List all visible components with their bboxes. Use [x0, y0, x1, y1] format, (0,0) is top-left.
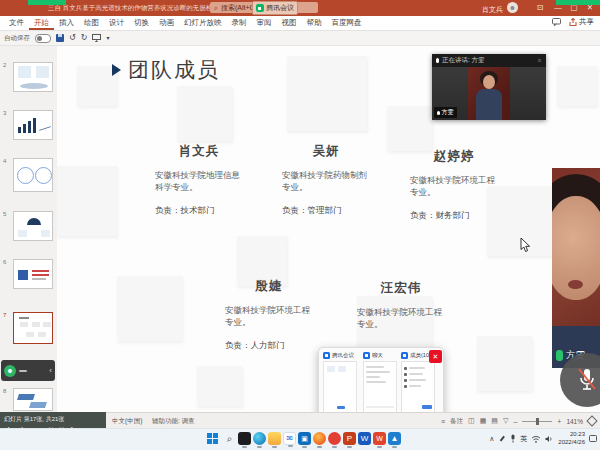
photos-icon[interactable]: ▲ [388, 432, 401, 445]
expand-icon[interactable]: « [537, 59, 544, 63]
dark-app-icon[interactable] [238, 432, 251, 445]
slideshow-from-start-icon[interactable] [92, 34, 101, 42]
slide-thumbnail-5[interactable] [13, 211, 53, 241]
preview-thumbnail[interactable] [323, 361, 357, 413]
microsoft-store-icon[interactable]: ▣ [298, 432, 311, 445]
tab-file[interactable]: 文件 [4, 16, 29, 30]
ribbon-display-options-icon[interactable]: ⊡ [532, 0, 548, 16]
tab-insert[interactable]: 插入 [54, 16, 79, 30]
slideshow-view-icon[interactable]: ▽ [503, 417, 508, 425]
preview-window-chat[interactable]: 聊天 [363, 352, 399, 413]
tab-draw[interactable]: 绘图 [79, 16, 104, 30]
tab-baidu-netdisk[interactable]: 百度网盘 [327, 16, 367, 30]
comment-icon[interactable] [552, 18, 561, 26]
member-duty: 负责：技术部门 [155, 205, 243, 217]
mouse-cursor [520, 238, 531, 253]
tencent-meeting-floating-bar[interactable]: ☻ ‹ [1, 360, 55, 381]
file-explorer-icon[interactable] [268, 432, 281, 445]
redo-icon[interactable]: ↻ [81, 33, 88, 43]
tab-home[interactable]: 开始 [29, 16, 54, 30]
share-button[interactable]: 共享 [569, 17, 594, 27]
meeting-mini-window[interactable]: 正在讲话: 方雯 « 方雯 [432, 54, 546, 120]
word-icon[interactable]: W [358, 432, 371, 445]
tab-help[interactable]: 帮助 [302, 16, 327, 30]
zoom-out-icon[interactable]: – [513, 418, 517, 425]
wps-icon[interactable]: W [373, 432, 386, 445]
firefox-icon[interactable] [313, 432, 326, 445]
mail-icon[interactable]: ✉ [283, 432, 296, 445]
tab-view[interactable]: 视图 [277, 16, 302, 30]
tab-record[interactable]: 录制 [227, 16, 252, 30]
tab-review[interactable]: 审阅 [252, 16, 277, 30]
member-card-4[interactable]: 殷婕 安徽科技学院环境工程专业。 负责：人力部门 [225, 278, 313, 352]
slide-thumbnail-4[interactable] [13, 158, 53, 192]
fit-to-window-icon[interactable] [586, 415, 597, 426]
title-bullet-icon [112, 64, 121, 76]
language-status[interactable]: 中文(中国) [112, 417, 142, 426]
taskbar-preview-popup[interactable]: 腾讯会议 聊天 成员(10) [318, 347, 444, 422]
meeting-mini-video[interactable]: 方雯 [432, 67, 546, 120]
collapse-chevron-icon[interactable]: ‹ [49, 366, 52, 376]
slide-thumbnail-panel[interactable]: 2 3 4 5 6 [0, 46, 58, 412]
participant-name-badge: 方雯 [434, 107, 457, 118]
accessibility-status[interactable]: 辅助功能: 调查 [152, 417, 195, 426]
mic-icon [437, 111, 440, 115]
tab-design[interactable]: 设计 [104, 16, 129, 30]
member-card-5[interactable]: 汪宏伟 安徽科技学院环境工程专业。 [357, 280, 445, 342]
slide-thumbnail-3[interactable] [13, 110, 53, 140]
slide-thumbnail-2[interactable] [13, 62, 53, 92]
tab-transitions[interactable]: 切换 [129, 16, 154, 30]
account-name[interactable]: 肖文兵 [482, 5, 503, 15]
slide-sorter-icon[interactable]: ▦ [480, 417, 487, 425]
autosave-toggle[interactable] [35, 34, 51, 43]
tab-slideshow[interactable]: 幻灯片放映 [179, 16, 227, 30]
tray-expand-icon[interactable]: ∧ [489, 435, 494, 443]
pen-icon[interactable] [498, 435, 506, 443]
reading-view-icon[interactable]: ▤ [491, 417, 498, 425]
undo-icon[interactable]: ↺ [69, 33, 76, 43]
preview-thumbnail[interactable] [363, 361, 397, 413]
avatar[interactable]: ☻ [507, 2, 518, 13]
search-icon[interactable]: ⌕ [223, 432, 236, 445]
slide-number: 8 [3, 388, 6, 394]
volume-icon[interactable] [545, 435, 554, 443]
meeting-indicator-chip[interactable]: 腾讯会议 [252, 1, 298, 15]
edge-icon[interactable] [253, 432, 266, 445]
preview-close-button[interactable]: ✕ [429, 350, 442, 363]
ime-language-key[interactable]: 英 [520, 434, 527, 444]
notification-icon[interactable] [589, 435, 597, 443]
slide-title: 团队成员 [128, 56, 220, 84]
qat-customize-icon[interactable]: ▾ [106, 33, 109, 43]
red-music-app-icon[interactable] [328, 432, 341, 445]
slide-thumbnail-7-selected[interactable] [13, 312, 53, 344]
member-card-1[interactable]: 肖文兵 安徽科技学院地理信息科学专业。 负责：技术部门 [155, 143, 243, 217]
preview-window-meeting[interactable]: 腾讯会议 [323, 352, 359, 413]
save-icon[interactable] [56, 34, 64, 42]
preview-thumbnail[interactable] [401, 361, 435, 413]
tray-mic-icon[interactable] [510, 434, 516, 443]
member-card-3[interactable]: 赵婷婷 安徽科技学院环境工程专业。 负责：财务部门 [410, 148, 498, 222]
zoom-level[interactable]: 141% [566, 418, 583, 425]
clock[interactable]: 20:23 2022/4/26 [558, 431, 585, 446]
wifi-icon[interactable] [531, 435, 541, 443]
member-card-2[interactable]: 吴妍 安徽科技学院药物制剂专业。 负责：管理部门 [282, 143, 370, 217]
slide-number: 6 [3, 259, 6, 265]
meeting-side-video[interactable]: 方雯 [552, 168, 600, 368]
meeting-mini-header[interactable]: 正在讲话: 方雯 « [432, 54, 546, 67]
slide-title-block[interactable]: 团队成员 [112, 56, 220, 84]
zoom-in-icon[interactable]: + [557, 418, 561, 425]
participant-video [468, 67, 510, 120]
zoom-slider-thumb[interactable] [536, 418, 539, 425]
title-bar: 三自 肖文兵基于高光谱技术的作物营养状况诊断的无损检测系统 ▾ ⌕ 搜索(Alt… [0, 0, 600, 16]
notes-button[interactable]: 备注 [450, 417, 463, 426]
member-desc: 安徽科技学院药物制剂专业。 [282, 170, 370, 194]
tab-animations[interactable]: 动画 [154, 16, 179, 30]
slide-thumbnail-6[interactable] [13, 259, 53, 289]
normal-view-icon[interactable]: ◫ [468, 417, 475, 425]
slide-thumbnail-8[interactable] [13, 388, 53, 411]
windows-taskbar[interactable]: ⌕ ✉ ▣ P W W ▲ ∧ 英 [0, 428, 600, 450]
system-tray[interactable]: ∧ 英 20:23 2022/4/26 [489, 431, 597, 446]
zoom-slider[interactable] [522, 421, 552, 422]
start-button-icon[interactable] [206, 432, 221, 447]
powerpoint-icon[interactable]: P [343, 432, 356, 445]
